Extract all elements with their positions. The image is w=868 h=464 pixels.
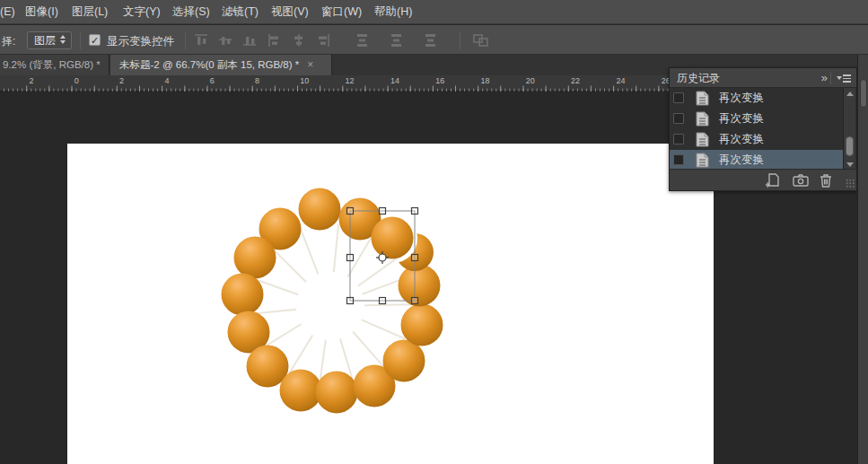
tab-title: 9.2% (背景, RGB/8) * bbox=[0, 59, 101, 70]
history-step-row[interactable]: 再次变换 bbox=[670, 129, 844, 150]
document-tab-background[interactable]: 9.2% (背景, RGB/8) *× bbox=[0, 55, 110, 75]
photoshop-window: (E)图像(I)图层(L)文字(Y)选择(S)滤镜(T)视图(V)窗口(W)帮助… bbox=[0, 0, 868, 464]
ruler-label: 16 bbox=[435, 76, 444, 85]
transform-handle[interactable] bbox=[412, 298, 418, 304]
dropdown-value: 图层 bbox=[34, 34, 56, 47]
history-scrollbar[interactable] bbox=[843, 88, 855, 171]
transform-handle[interactable] bbox=[380, 208, 386, 214]
tab-close-icon[interactable]: × bbox=[109, 58, 110, 71]
orange-sphere bbox=[234, 237, 276, 279]
transform-handle[interactable] bbox=[412, 208, 418, 214]
separator bbox=[460, 31, 460, 49]
history-source-checkbox[interactable] bbox=[673, 92, 684, 103]
separator bbox=[80, 31, 81, 49]
orange-sphere bbox=[316, 372, 358, 414]
history-panel-title: 历史记录 bbox=[677, 68, 720, 88]
menu-type[interactable]: 文字(Y) bbox=[123, 0, 161, 24]
canvas[interactable] bbox=[67, 144, 714, 464]
delete-trash-icon[interactable] bbox=[819, 173, 835, 188]
panel-dock-strip bbox=[857, 55, 868, 464]
align-horizontal-centers-icon[interactable] bbox=[291, 33, 307, 48]
tab-close-icon[interactable]: × bbox=[307, 58, 313, 71]
transform-handle[interactable] bbox=[347, 298, 354, 304]
history-source-checkbox[interactable] bbox=[673, 134, 684, 144]
align-top-edges-icon[interactable] bbox=[193, 33, 209, 48]
ruler-label: 10 bbox=[300, 76, 309, 85]
ruler-label: 14 bbox=[390, 76, 399, 85]
ruler-label: 24 bbox=[616, 76, 625, 85]
transform-handle[interactable] bbox=[412, 255, 418, 261]
ruler-label: 22 bbox=[571, 76, 580, 85]
new-document-from-state-icon[interactable] bbox=[764, 173, 780, 188]
ruler-label: 6 bbox=[210, 76, 215, 85]
dock-scrollbar-thumb[interactable] bbox=[860, 79, 867, 108]
ruler-label: 20 bbox=[526, 76, 535, 85]
transform-handle[interactable] bbox=[347, 208, 354, 214]
orange-sphere bbox=[399, 265, 441, 307]
history-state-document-icon bbox=[696, 153, 709, 168]
orange-sphere bbox=[299, 188, 341, 231]
menu-view[interactable]: 视图(V) bbox=[271, 0, 309, 24]
panel-menu-icon[interactable] bbox=[837, 74, 851, 83]
align-bottom-edges-icon[interactable] bbox=[241, 33, 258, 48]
orange-sphere bbox=[401, 304, 443, 346]
history-panel: 历史记录 » 再次变换 再次变换 bbox=[669, 67, 857, 191]
auto-align-layers-icon[interactable] bbox=[472, 33, 488, 48]
history-step-row[interactable]: 再次变换 bbox=[670, 88, 844, 109]
tab-title: 未标题-2 @ 66.7%(0 副本 15, RGB/8) * bbox=[110, 59, 299, 70]
orange-sphere bbox=[383, 340, 425, 382]
menu-select[interactable]: 选择(S) bbox=[172, 0, 210, 24]
menu-layer[interactable]: 图层(L) bbox=[72, 0, 108, 24]
menu-bar: (E)图像(I)图层(L)文字(Y)选择(S)滤镜(T)视图(V)窗口(W)帮助… bbox=[0, 0, 868, 24]
menu-image[interactable]: 图像(I) bbox=[25, 0, 58, 24]
history-list: 再次变换 再次变换 再次变换 再次变换 bbox=[670, 88, 856, 171]
align-left-edges-icon[interactable] bbox=[267, 33, 283, 48]
ruler-label: 0 bbox=[75, 76, 79, 85]
distribute-center-icon[interactable] bbox=[389, 33, 405, 48]
canvas-artwork bbox=[67, 144, 714, 464]
orange-sphere bbox=[280, 370, 322, 412]
history-step-label: 再次变换 bbox=[719, 129, 764, 150]
history-state-document-icon bbox=[696, 111, 709, 127]
collapse-panel-icon[interactable]: » bbox=[821, 68, 826, 87]
auto-select-target-dropdown[interactable]: 图层 bbox=[27, 31, 72, 49]
ruler-label: 12 bbox=[346, 76, 355, 85]
transform-handle[interactable] bbox=[380, 298, 386, 304]
align-right-edges-icon[interactable] bbox=[315, 33, 331, 48]
history-panel-header: 历史记录 » bbox=[670, 68, 856, 88]
new-snapshot-camera-icon[interactable] bbox=[793, 173, 809, 188]
transform-handle[interactable] bbox=[347, 255, 354, 261]
distribute-right-icon[interactable] bbox=[423, 33, 439, 48]
show-transform-controls-checkbox[interactable]: ✓ bbox=[89, 34, 101, 46]
scrollbar-thumb[interactable] bbox=[846, 136, 854, 156]
history-step-row[interactable]: 再次变换 bbox=[670, 109, 844, 129]
orange-sphere bbox=[222, 274, 264, 316]
scroll-up-icon[interactable] bbox=[846, 92, 854, 96]
menu-filter[interactable]: 滤镜(T) bbox=[222, 0, 259, 24]
history-state-document-icon bbox=[696, 91, 709, 106]
ruler-label: 2 bbox=[119, 76, 124, 85]
history-source-checkbox[interactable] bbox=[673, 154, 684, 165]
document-tab-untitled-2[interactable]: 未标题-2 @ 66.7%(0 副本 15, RGB/8) *× bbox=[110, 55, 332, 75]
history-state-document-icon bbox=[696, 132, 709, 147]
ruler-label: 8 bbox=[255, 76, 259, 85]
history-step-label: 再次变换 bbox=[719, 88, 764, 109]
auto-select-label: 择: bbox=[2, 34, 15, 49]
panel-resize-grip[interactable] bbox=[846, 179, 855, 188]
menu-edit-partial[interactable]: (E) bbox=[0, 0, 15, 24]
show-transform-controls-label: 显示变换控件 bbox=[107, 34, 174, 49]
history-panel-footer bbox=[670, 169, 856, 190]
distribute-left-icon[interactable] bbox=[355, 33, 371, 48]
options-bar: 择: 图层 ✓ 显示变换控件 bbox=[0, 25, 868, 55]
history-step-label: 再次变换 bbox=[719, 109, 764, 129]
align-vertical-centers-icon[interactable] bbox=[217, 33, 233, 48]
scroll-down-icon[interactable] bbox=[846, 162, 854, 167]
ruler-label: 2 bbox=[30, 76, 34, 85]
menu-window[interactable]: 窗口(W) bbox=[321, 0, 362, 24]
history-source-checkbox[interactable] bbox=[673, 113, 684, 124]
history-step-label: 再次变换 bbox=[719, 150, 764, 171]
menu-help[interactable]: 帮助(H) bbox=[374, 0, 412, 24]
separator bbox=[830, 72, 831, 84]
history-step-row[interactable]: 再次变换 bbox=[670, 150, 844, 171]
ruler-label: 18 bbox=[481, 76, 490, 85]
